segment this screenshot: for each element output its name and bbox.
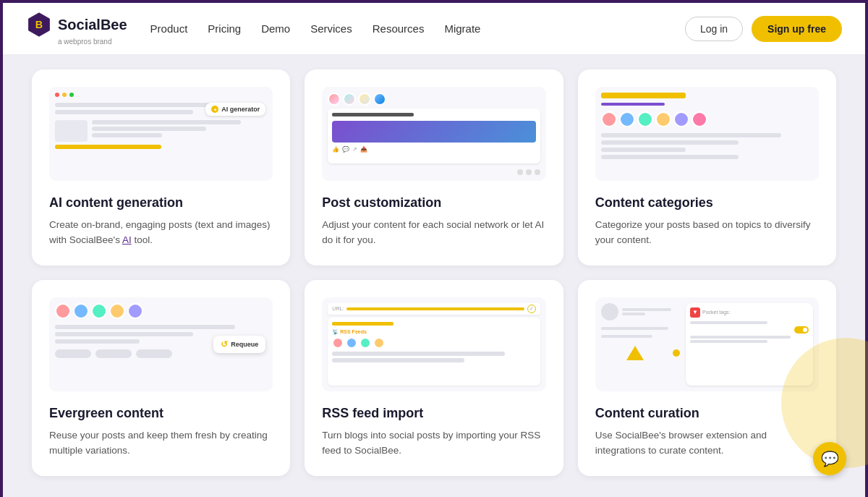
header-actions: Log in Sign up free (685, 16, 842, 42)
rss-avatar-2 (346, 337, 357, 349)
card-title-categories: Content categories (595, 195, 819, 211)
cat-avatar-3 (637, 111, 653, 127)
card-title-post: Post customization (322, 195, 545, 211)
nav-services[interactable]: Services (310, 22, 352, 35)
logo-icon: B (26, 12, 52, 38)
card-rss: URL: ✓ 📡 RSS Feeds (305, 280, 563, 476)
url-bar: URL: ✓ (328, 303, 540, 315)
logo-area[interactable]: B SocialBee a webpros brand (26, 12, 127, 46)
card-title-curation: Content curation (595, 406, 819, 421)
signup-button[interactable]: Sign up free (752, 16, 842, 42)
ev-avatar-1 (55, 303, 71, 319)
cat-avatar-6 (692, 111, 707, 127)
rss-mockup: URL: ✓ 📡 RSS Feeds (322, 297, 545, 391)
card-title-rss: RSS feed import (322, 406, 545, 421)
cat-avatar-5 (673, 111, 689, 127)
card-desc-categories: Categorize your posts based on topics to… (595, 218, 819, 248)
features-grid: ✦ AI generator (32, 69, 836, 476)
card-post-customization: 👍 💬 ↗ 📤 Post customization Adjust your c… (305, 69, 563, 266)
cat-avatar-4 (655, 111, 671, 127)
chat-icon: 💬 (821, 450, 839, 467)
avatar-row (328, 93, 540, 106)
ev-avatar-5 (127, 303, 143, 319)
nav-migrate[interactable]: Migrate (444, 22, 480, 35)
evergreen-mockup: ↺ Requeue (49, 297, 273, 391)
rss-avatar-3 (359, 337, 371, 349)
ev-avatar-4 (109, 303, 125, 319)
cat-avatar-1 (601, 111, 617, 127)
card-evergreen: ↺ Requeue Evergreen content Reuse your p… (32, 280, 290, 476)
logo-sub: a webpros brand (58, 38, 112, 46)
requeue-label: Requeue (231, 341, 258, 348)
card-desc-ai: Create on-brand, engaging posts (text an… (49, 218, 273, 248)
main-nav: Product Pricing Demo Services Resources … (150, 22, 685, 35)
svg-text:B: B (35, 19, 43, 30)
curation-left (601, 303, 680, 386)
rss-label: 📡 RSS Feeds (332, 329, 535, 335)
card-desc-rss: Turn blogs into social posts by importin… (322, 428, 545, 459)
rss-inner: 📡 RSS Feeds (328, 318, 540, 386)
requeue-badge: ↺ Requeue (213, 336, 265, 353)
pocket-header: ▼ Pocket tags: (690, 307, 809, 318)
card-content-categories: Content categories Categorize your posts… (578, 69, 836, 266)
logo-main: B SocialBee (26, 12, 127, 38)
url-label: URL: (332, 306, 344, 311)
card-desc-evergreen: Reuse your posts and keep them fresh by … (49, 428, 273, 459)
post-mockup: 👍 💬 ↗ 📤 (322, 87, 545, 181)
card-ai-content: ✦ AI generator (32, 69, 290, 266)
ai-mockup: ✦ AI generator (49, 87, 273, 181)
post-actions: 👍 💬 ↗ 📤 (332, 146, 535, 153)
card-desc-post: Adjust your content for each social netw… (322, 218, 545, 248)
card-title-evergreen: Evergreen content (49, 406, 273, 421)
nav-resources[interactable]: Resources (373, 22, 425, 35)
ev-avatar-3 (91, 303, 107, 319)
curation-right: ▼ Pocket tags: (686, 303, 813, 386)
curation-mockup: ▼ Pocket tags: (595, 297, 819, 391)
card-image-categories (595, 87, 819, 181)
header: B SocialBee a webpros brand Product Pric… (3, 3, 865, 55)
ai-badge: ✦ AI generator (205, 103, 265, 116)
rss-avatar-1 (332, 337, 344, 349)
ai-badge-label: AI generator (221, 106, 260, 113)
card-image-curation: ▼ Pocket tags: (595, 297, 819, 391)
dot-yellow (673, 349, 680, 357)
chat-button[interactable]: 💬 (813, 442, 846, 475)
main-content: ✦ AI generator (3, 55, 865, 497)
nav-product[interactable]: Product (150, 22, 188, 35)
ai-badge-dot: ✦ (211, 106, 218, 113)
post-card-inner: 👍 💬 ↗ 📤 (328, 109, 540, 163)
ev-avatar-2 (73, 303, 89, 319)
avatar-2 (343, 93, 356, 106)
card-desc-curation: Use SocialBee's browser extension and in… (595, 428, 819, 459)
login-button[interactable]: Log in (685, 17, 743, 41)
pocket-toggle[interactable] (794, 326, 809, 334)
nav-demo[interactable]: Demo (261, 22, 290, 35)
card-title-ai: AI content generation (49, 195, 273, 211)
categories-mockup (595, 87, 819, 181)
card-image-evergreen: ↺ Requeue (49, 297, 273, 391)
rss-avatar-4 (373, 337, 385, 349)
logo-text: SocialBee (58, 17, 127, 33)
avatar-1 (328, 93, 341, 106)
triangle-yellow (626, 346, 644, 360)
avatar-4 (373, 93, 386, 106)
pocket-title: Pocket tags: (702, 310, 731, 315)
avatar-3 (358, 93, 371, 106)
ai-link[interactable]: AI (122, 234, 132, 245)
requeue-icon: ↺ (221, 339, 228, 349)
card-curation: ▼ Pocket tags: Content curation Use Soc (578, 280, 836, 476)
card-image-rss: URL: ✓ 📡 RSS Feeds (322, 297, 545, 391)
card-image-ai: ✦ AI generator (49, 87, 273, 181)
cat-avatar-2 (619, 111, 635, 127)
card-image-post: 👍 💬 ↗ 📤 (322, 87, 545, 181)
nav-pricing[interactable]: Pricing (208, 22, 241, 35)
